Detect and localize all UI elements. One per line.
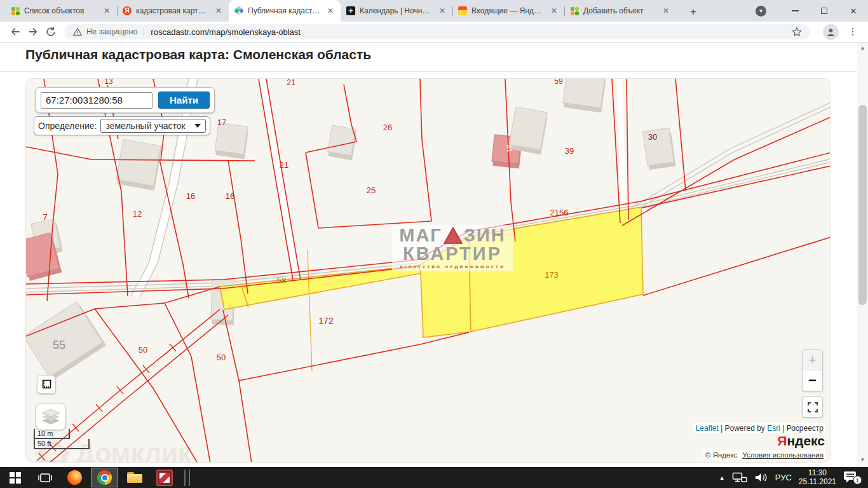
page-content: Публичная кадастровая карта: Смоленская … — [0, 43, 868, 467]
cadastral-number-input[interactable] — [41, 92, 153, 109]
task-view-icon — [37, 472, 53, 484]
zoom-control: + − — [802, 349, 823, 391]
parcel-label: 30 — [648, 132, 657, 142]
building — [508, 107, 548, 154]
volume-icon[interactable] — [754, 472, 768, 483]
definition-value: земельный участок — [105, 121, 185, 131]
definition-label: Определение: — [38, 121, 97, 131]
magazin-kvartir-watermark: МАГ ЗИН КВАРТИР агентство недвижимости — [392, 225, 513, 271]
reload-icon — [44, 25, 57, 38]
back-icon — [8, 25, 22, 39]
language-indicator[interactable]: РУС — [775, 473, 792, 482]
find-button[interactable]: Найти — [158, 92, 210, 109]
page-scrollbar[interactable]: ▲ ▼ — [857, 43, 868, 467]
watermark-part1: МАГ — [399, 226, 442, 244]
desktop-screen: Список объектов✕Якадастровая карта см✕Пу… — [0, 0, 868, 488]
tabs-container: Список объектов✕Якадастровая карта см✕Пу… — [0, 0, 676, 22]
notification-icon[interactable]: 1 — [843, 471, 862, 485]
page-title: Публичная кадастровая карта: Смоленская … — [25, 47, 371, 62]
omnibox-divider — [144, 27, 144, 36]
cadastral-search-panel: Найти — [36, 87, 215, 113]
cal-favicon-icon: + — [346, 6, 355, 15]
parcel-label: 7 — [43, 212, 47, 222]
tab-close-icon[interactable]: ✕ — [661, 6, 670, 15]
scrollbar-thumb[interactable] — [858, 105, 867, 305]
clock-date: 25.11.2021 — [799, 478, 836, 487]
minimize-button[interactable] — [780, 0, 810, 22]
red-app-icon — [156, 470, 173, 486]
esri-link[interactable]: Esri — [767, 424, 780, 433]
browser-menu-button[interactable] — [844, 23, 862, 41]
tab-title: Публичная кадастров — [248, 6, 322, 15]
browser-tab[interactable]: Список объектов✕ — [5, 0, 117, 22]
new-tab-button[interactable]: + — [684, 3, 703, 22]
header-divider — [0, 71, 857, 72]
red-app-taskbar-button[interactable] — [149, 467, 179, 488]
zoom-out-button[interactable]: − — [803, 370, 822, 391]
parcel-label: 25 — [367, 186, 376, 195]
browser-toolbar: Не защищено roscadastr.com/map/smolenska… — [0, 22, 868, 43]
firefox-taskbar-button[interactable] — [60, 467, 90, 488]
browser-tab[interactable]: Добавить объект✕ — [564, 0, 676, 22]
parcel-58-highlight[interactable] — [220, 266, 421, 309]
explorer-taskbar-button[interactable] — [119, 467, 149, 488]
dgis-favicon-icon — [570, 6, 579, 15]
parcel-label: 59 — [554, 79, 563, 86]
url-text[interactable]: roscadastr.com/map/smolenskaya-oblast — [151, 27, 791, 37]
windows-logo-icon — [10, 472, 21, 484]
avatar[interactable] — [823, 24, 839, 40]
browser-tab[interactable]: Публичная кадастров✕ — [229, 0, 341, 22]
zoom-in-button[interactable]: + — [803, 350, 822, 370]
layers-button[interactable] — [36, 403, 66, 430]
start-button[interactable] — [0, 467, 30, 488]
back-button[interactable] — [6, 23, 24, 41]
browser-tab[interactable]: +Календарь | Ночная х✕ — [341, 0, 452, 22]
tab-title: Список объектов — [24, 6, 98, 15]
watermark-part2: ЗИН — [464, 226, 506, 244]
watermark-line3: агентство недвижимости — [392, 264, 513, 269]
tab-close-icon[interactable]: ✕ — [214, 6, 223, 15]
scroll-down-arrow[interactable]: ▼ — [857, 454, 868, 464]
firefox-icon — [67, 470, 82, 485]
leaflet-link[interactable]: Leaflet — [696, 424, 719, 433]
browser-tab[interactable]: Входящие — Яндекс.П✕ — [452, 0, 564, 22]
fullscreen-button[interactable] — [802, 396, 823, 417]
terms-link[interactable]: Условия использования — [742, 451, 824, 459]
layers-icon — [41, 408, 61, 426]
fullscreen-icon — [808, 402, 818, 412]
parcel-label: 172 — [318, 316, 334, 326]
clock[interactable]: 11:30 25.11.2021 — [799, 469, 836, 486]
yandex-logo[interactable]: Яндекс — [777, 434, 825, 448]
reload-button[interactable] — [42, 23, 60, 41]
task-view-button[interactable] — [30, 467, 60, 488]
address-bar[interactable]: Не защищено roscadastr.com/map/smolenska… — [65, 24, 810, 39]
close-button[interactable]: ✕ — [839, 0, 868, 22]
network-icon[interactable] — [732, 472, 747, 483]
tab-close-icon[interactable]: ✕ — [550, 6, 559, 15]
tab-close-icon[interactable]: ✕ — [102, 6, 111, 15]
tab-close-icon[interactable]: ✕ — [438, 6, 447, 15]
tab-search-button[interactable]: ▼ — [756, 6, 766, 17]
dgis-favicon-icon — [11, 6, 20, 15]
chevron-down-icon — [194, 124, 201, 128]
three-dot-menu-icon — [848, 27, 858, 37]
cadastral-map[interactable]: Домклик — [25, 78, 831, 463]
measure-button[interactable] — [37, 375, 56, 394]
forward-button[interactable] — [24, 23, 42, 41]
taskbar-pinned-edges — [184, 470, 190, 486]
rosreestr-label[interactable]: Росреестр — [787, 424, 824, 433]
parcel-label: 50 — [217, 353, 226, 362]
security-label[interactable]: Не защищено — [86, 27, 137, 36]
definition-select[interactable]: земельный участок — [100, 119, 205, 133]
browser-tab[interactable]: Якадастровая карта см✕ — [117, 0, 229, 22]
parcel-label: 55 — [53, 339, 65, 351]
parcel-label: 173 — [545, 270, 559, 280]
parcel-label: 58 — [277, 276, 286, 285]
chrome-taskbar-button[interactable] — [91, 468, 118, 487]
bookmark-star-icon[interactable] — [791, 26, 803, 37]
tray-expand-button[interactable]: ▲ — [719, 475, 725, 481]
tab-close-icon[interactable]: ✕ — [326, 6, 335, 15]
scroll-up-arrow[interactable]: ▲ — [857, 43, 868, 53]
yandex-terms: © ЯндексУсловия использования — [703, 451, 826, 459]
restore-button[interactable] — [810, 0, 839, 22]
